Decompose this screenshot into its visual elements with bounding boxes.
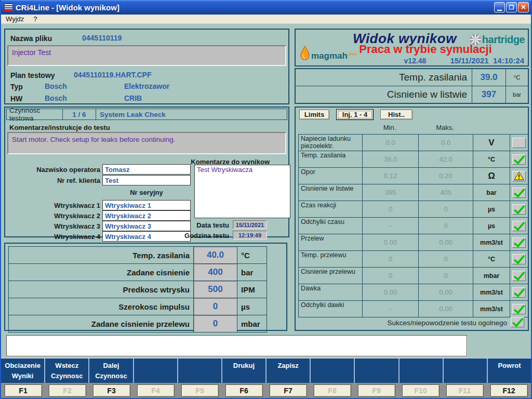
fkey-label-F6: Drukuj [222,358,267,383]
setpoints-panel: Temp. zasilania40.0°CZadane cisnienie400… [4,243,287,331]
close-button[interactable]: ✕ [518,2,529,12]
fkey-button-F3[interactable]: F3 [93,384,130,397]
overall-result-label: Sukces/niepowodzenie testu ogolnego [388,319,507,327]
result-row: Czas reakcji00µs [299,201,528,217]
result-status-cell [510,234,528,250]
fkey-slot-F1: F1 [1,384,45,397]
fkey-button-F7[interactable]: F7 [270,384,307,397]
result-status-cell [510,268,528,284]
injector-2-label: Wtryskiwacz 2 [5,212,100,220]
status-pass-icon [512,237,526,248]
setpoint-unit: IPM [237,281,267,298]
result-unit: mbar [473,268,510,284]
setpoint-row: Zadane cisnienie przelewu0mbar [9,315,267,332]
result-status-cell [510,284,528,300]
green-check-icon [513,188,525,197]
operator-name-input[interactable] [102,164,191,175]
injector-3-input[interactable] [102,221,191,231]
result-unit: µs [473,218,510,234]
live-temp-unit: °C [506,69,528,86]
result-max-value: 0.0 [418,135,473,151]
result-row-label: Temp. przelewu [299,251,362,267]
inj-1-4-button[interactable]: Inj. 1 - 4 [336,109,374,120]
test-step-counter: 1 / 6 [63,109,96,119]
results-comments-input[interactable]: Test Wtryskiwacza [194,165,290,218]
restore-button[interactable]: ❐ [506,2,517,12]
injector-1-input[interactable] [102,200,191,210]
result-row: Temp. zasilania38.042.0°C [299,151,528,167]
result-unit: mm3/st [473,234,510,250]
result-row-label: Cisnienie przelewu [299,268,362,284]
app-window: CRi4Line - [Widok wynikow] ▁ ❐ ✕ Wyjdz ?… [0,0,532,399]
minimize-button[interactable]: ▁ [494,2,505,12]
menu-help[interactable]: ? [29,15,42,23]
result-min-value: 0.12 [362,168,418,184]
result-row-label: Opor [299,168,362,184]
fkey-label-F12: Powrot [488,358,531,383]
setpoint-label: Zadane cisnienie [9,264,193,281]
green-check-icon [513,304,525,314]
file-name-label: Nazwa pliku [10,34,52,43]
result-min-value: 395 [362,184,418,201]
setpoint-value: 40.0 [193,247,237,263]
result-unit: mm3/st [473,284,510,300]
result-row: Dawka0.000.00mm3/st [299,284,528,300]
limits-button[interactable]: Limits [299,110,329,119]
fkey-button-F1[interactable]: F1 [5,384,42,397]
fkey-slot-F6: F6 [222,384,266,397]
injector-4-input[interactable] [102,231,191,242]
fkey-button-F11: F11 [446,384,484,397]
live-row: Cisnienie w listwie 397 bar [296,86,528,103]
setpoints-table: Temp. zasilania40.0°CZadane cisnienie400… [8,246,267,332]
result-row: Opor0.120.20Ω [299,167,528,184]
setpoint-row: Szerokosc impulsu0µs [9,298,267,315]
result-min-value: - [362,218,418,234]
fkey-button-F6[interactable]: F6 [225,384,263,397]
result-max-value: 0 [418,201,473,217]
result-unit: °C [473,251,510,267]
status-pass-icon [512,304,526,314]
hw-value: Bosch [45,94,67,102]
fkey-label-line2: Wyniki [12,371,34,380]
result-min-value: 0.00 [362,234,418,250]
test-step-label: Czynnosc testowa [7,109,63,119]
file-info-panel: Nazwa pliku 0445110119 Injector Test Pla… [4,29,289,104]
status-warning-icon [512,171,526,181]
green-check-icon [513,255,525,264]
menu-exit[interactable]: Wyjdz [1,15,29,23]
current-datetime: 15/11/2021 14:10:24 [450,56,524,65]
fkey-label-F10 [400,358,444,383]
test-date-value: 15/11/2021 [233,220,267,229]
result-unit: mm3/st [473,301,510,317]
hist-button[interactable]: Hist.. [380,110,413,119]
client-ref-input[interactable] [102,175,191,185]
fkey-slot-F2: F2 [45,384,89,397]
fkey-button-F12[interactable]: F12 [490,384,528,397]
green-check-icon [513,155,525,164]
yellow-warning-triangle-icon [514,171,524,180]
result-row: Odchylki dawki-0.00mm3/st [299,300,528,317]
min-column-header: Min. [362,124,418,134]
plan-value: 0445110119.HART.CPF [74,71,151,79]
fkey-label-F4 [134,358,178,383]
result-max-value: 42.0 [418,151,473,167]
test-time-value: 12:19:49 [233,231,267,240]
injector-2-input[interactable] [102,210,191,221]
result-row-label: Czas reakcji [299,201,362,217]
result-max-value: 0.20 [418,168,473,184]
status-pass-icon [512,221,526,231]
fkey-button-F4: F4 [137,384,175,397]
serial-number-header: Nr seryjny [102,189,191,196]
live-rail-pressure-value: 397 [472,86,506,103]
max-column-header: Maks. [418,124,472,134]
green-check-icon [513,288,525,297]
status-empty-box [512,138,526,148]
hartridge-logo: hartridge [469,33,525,46]
injector-3-label: Wtryskiwacz 3 [5,222,100,230]
result-status-cell [510,168,528,184]
test-step-panel: Czynnosc testowa 1 / 6 System Leak Check… [4,107,289,237]
result-max-value: 0 [418,251,473,267]
overall-result-status [511,317,524,327]
result-row: Cisnienie w listwie395405bar [299,184,528,201]
result-row: Napiecie ladunku piezoelektr.0.00.0V [299,135,528,151]
